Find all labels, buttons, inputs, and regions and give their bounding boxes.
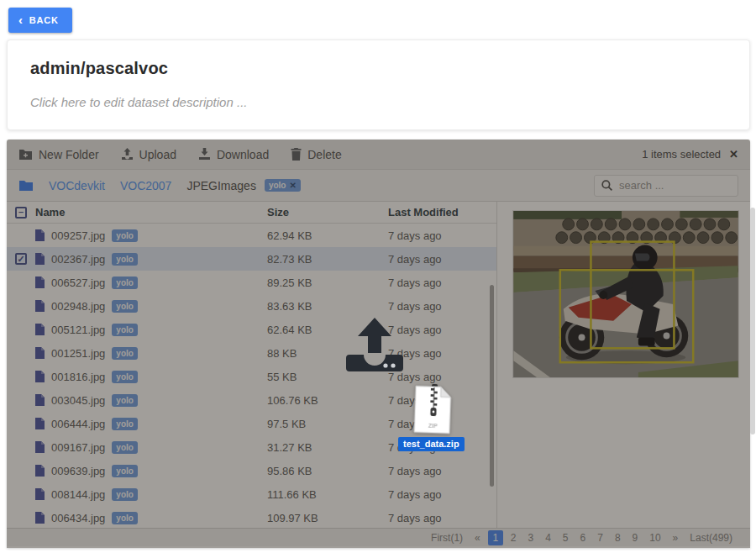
page: ‹ BACK admin/pascalvoc Click here to edi… <box>0 0 756 553</box>
page-title: admin/pascalvoc <box>30 59 727 78</box>
file-manager-panel: New Folder Upload Download Delete <box>7 140 750 548</box>
drag-ghost-filename: test_data.zip <box>398 437 465 451</box>
back-button[interactable]: ‹ BACK <box>8 8 72 33</box>
chevron-left-icon: ‹ <box>18 13 24 26</box>
page-scrollbar[interactable] <box>750 208 755 434</box>
upload-drop-icon <box>346 318 403 375</box>
zip-file-icon: ZIP <box>412 383 453 439</box>
zip-type-text: ZIP <box>428 423 438 429</box>
dataset-description-placeholder[interactable]: Click here to edit dataset description .… <box>30 95 727 109</box>
dataset-card: admin/pascalvoc Click here to edit datas… <box>7 40 750 130</box>
back-button-label: BACK <box>29 15 59 25</box>
